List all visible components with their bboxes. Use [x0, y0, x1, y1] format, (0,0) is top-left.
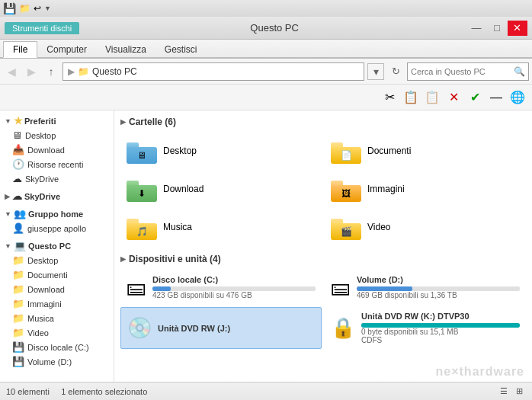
window-controls: — □ ✕ [466, 21, 527, 36]
folders-grid: 🖥 Desktop 📄 Documenti [120, 133, 526, 245]
skydrive-section: ▶ ☁ SkyDrive [0, 189, 114, 203]
address-home-icon: ▶ [68, 66, 75, 77]
device-item-k[interactable]: 🔒 Unità DVD RW (K:) DTVP30 0 byte dispon… [325, 307, 526, 349]
user-icon: 👤 [12, 222, 24, 234]
undo-icon[interactable]: ↩ [34, 3, 41, 14]
tab-gestisci[interactable]: Gestisci [155, 42, 207, 57]
device-item-d[interactable]: 🖴 Volume (D:) 469 GB disponibili su 1,36… [325, 270, 526, 304]
sidebar-item-desktop[interactable]: 🖥 Desktop [0, 128, 114, 142]
favorites-header[interactable]: ▼ ★ Preferiti [0, 114, 114, 128]
sidebar-pc-c-label: Disco locale (C:) [27, 343, 89, 352]
sidebar-item-pc-video[interactable]: 📁 Video [0, 325, 114, 340]
skydrive-header[interactable]: ▶ ☁ SkyDrive [0, 189, 114, 203]
device-c-info: Disco locale (C:) 423 GB disponibili su … [152, 275, 316, 299]
sidebar-item-recent[interactable]: 🕐 Risorse recenti [0, 157, 114, 171]
folder-item-documenti[interactable]: 📄 Documenti [325, 133, 526, 168]
questo-pc-arrow: ▼ [5, 242, 11, 250]
sidebar-item-pc-desktop[interactable]: 📁 Desktop [0, 253, 114, 267]
hdd-d-icon: 🖴 [331, 276, 351, 299]
forward-button[interactable]: ▶ [23, 63, 40, 80]
skydrive-label: SkyDrive [24, 192, 60, 201]
status-items-count: 10 elementi 1 elemento selezionato [6, 387, 147, 396]
folder-item-desktop[interactable]: 🖥 Desktop [120, 133, 322, 168]
folder-img-download: ⬇ [127, 176, 157, 202]
content-area: Cartelle (6) 🖥 Desktop [114, 110, 532, 382]
close-button[interactable]: ✕ [508, 21, 527, 36]
gruppo-label: Gruppo home [28, 210, 83, 219]
address-dropdown[interactable]: ▾ [367, 63, 384, 80]
ribbon-tabs: File Computer Visualizza Gestisci [0, 40, 532, 58]
search-input[interactable] [411, 67, 514, 76]
sidebar-item-pc-download[interactable]: 📁 Download [0, 282, 114, 296]
address-bar[interactable]: ▶ 📁 Questo PC [62, 62, 364, 81]
favorites-label: Preferiti [24, 117, 56, 126]
pc-documenti-icon: 📁 [12, 269, 24, 280]
refresh-button[interactable]: ↻ [387, 63, 404, 80]
folder-icon-qt[interactable]: 📁 [19, 3, 30, 14]
cut-icon[interactable]: ✂ [380, 88, 399, 107]
recent-icon: 🕐 [12, 158, 24, 170]
sidebar-item-pc-immagini[interactable]: 📁 Immagini [0, 296, 114, 311]
main-layout: ▼ ★ Preferiti 🖥 Desktop 📥 Download 🕐 Ris… [0, 110, 532, 382]
rename-icon[interactable]: ✔ [465, 88, 485, 107]
sidebar-item-download[interactable]: 📥 Download [0, 142, 114, 157]
sidebar-desktop-label: Desktop [25, 131, 56, 140]
device-item-c[interactable]: 🖴 Disco locale (C:) 423 GB disponibili s… [120, 270, 322, 304]
device-d-name: Volume (D:) [357, 275, 520, 284]
grid-view-icon[interactable]: ⊞ [512, 386, 526, 398]
tab-computer[interactable]: Computer [37, 42, 96, 57]
network-icon[interactable]: 🌐 [508, 88, 527, 107]
search-bar[interactable]: 🔍 [407, 62, 529, 81]
properties-icon[interactable]: — [486, 88, 506, 107]
sidebar-item-skydrive-fav[interactable]: ☁ SkyDrive [0, 171, 114, 186]
title-bar: Strumenti dischi Questo PC — □ ✕ [0, 17, 532, 40]
folder-item-immagini[interactable]: 🖼 Immagini [325, 171, 526, 206]
sidebar-item-pc-musica[interactable]: 📁 Musica [0, 311, 114, 325]
title-bar-left: Strumenti dischi [5, 22, 82, 34]
skydrive-arrow: ▶ [5, 193, 10, 200]
folder-item-download[interactable]: ⬇ Download [120, 171, 322, 206]
folder-img-video: 🎬 [331, 214, 361, 240]
command-bar: ✂ 📋 📋 ✕ ✔ — 🌐 [0, 85, 532, 110]
tab-file[interactable]: File [3, 41, 37, 58]
delete-icon[interactable]: ✕ [444, 88, 463, 107]
address-path: Questo PC [92, 66, 137, 77]
sidebar-item-pc-d[interactable]: 💾 Volume (D:) [0, 354, 114, 369]
save-icon[interactable]: 💾 [3, 2, 16, 14]
copy-icon[interactable]: 📋 [401, 88, 421, 107]
sidebar-item-pc-documenti[interactable]: 📁 Documenti [0, 267, 114, 282]
up-button[interactable]: ↑ [43, 63, 59, 80]
sidebar-item-user[interactable]: 👤 giuseppe apollo [0, 221, 114, 235]
gruppo-arrow: ▼ [5, 210, 11, 218]
sidebar-user-label: giuseppe apollo [27, 224, 86, 233]
customize-icon[interactable]: ▼ [44, 5, 51, 12]
pc-download-icon: 📁 [12, 283, 24, 295]
folder-img-documenti: 📄 [331, 138, 361, 164]
search-icon[interactable]: 🔍 [514, 66, 525, 77]
sidebar-skydrive-fav-label: SkyDrive [25, 174, 59, 184]
folder-item-musica[interactable]: 🎵 Musica [120, 210, 322, 245]
paste-icon[interactable]: 📋 [422, 88, 442, 107]
star-icon: ★ [14, 115, 23, 126]
sidebar-recent-label: Risorse recenti [27, 160, 83, 169]
folder-img-desktop: 🖥 [127, 138, 157, 164]
gruppo-header[interactable]: ▼ 👥 Gruppo home [0, 206, 114, 221]
questo-pc-header[interactable]: ▼ 💻 Questo PC [0, 238, 114, 253]
tab-visualizza[interactable]: Visualizza [96, 42, 155, 57]
ribbon: File Computer Visualizza Gestisci [0, 40, 532, 59]
device-d-info: Volume (D:) 469 GB disponibili su 1,36 T… [357, 275, 520, 299]
folders-section-header: Cartelle (6) [120, 117, 526, 127]
minimize-button[interactable]: — [466, 21, 486, 36]
pc-video-icon: 📁 [12, 327, 24, 338]
sidebar-pc-desktop-label: Desktop [27, 256, 58, 265]
device-item-j[interactable]: 💿 Unità DVD RW (J:) [120, 307, 322, 349]
pc-musica-icon: 📁 [12, 312, 24, 324]
devices-grid: 🖴 Disco locale (C:) 423 GB disponibili s… [120, 270, 526, 349]
maximize-button[interactable]: □ [487, 21, 507, 36]
back-button[interactable]: ◀ [3, 63, 20, 80]
sidebar-item-pc-c[interactable]: 💾 Disco locale (C:) [0, 340, 114, 354]
address-separator: 📁 [78, 66, 89, 77]
list-view-icon[interactable]: ☰ [497, 386, 511, 398]
questo-pc-label: Questo PC [28, 242, 71, 251]
folder-item-video[interactable]: 🎬 Video [325, 210, 526, 245]
